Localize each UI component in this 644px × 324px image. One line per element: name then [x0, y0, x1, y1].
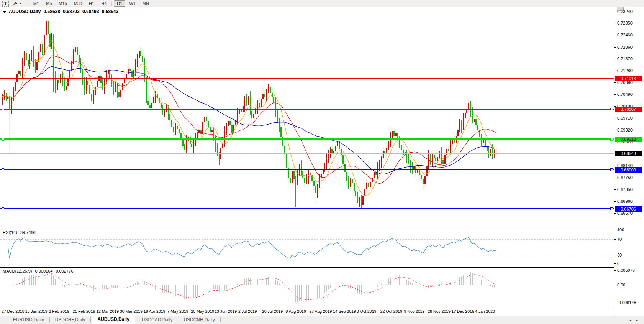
- candle-bear: [49, 34, 51, 47]
- candle-bull: [31, 52, 32, 58]
- candle-bull: [463, 118, 464, 127]
- timeframe-button-m30[interactable]: M30: [71, 0, 85, 7]
- tab-scroll-right-icon[interactable]: ▸: [636, 318, 638, 322]
- candle-bear: [251, 111, 252, 118]
- candle-bull: [379, 163, 380, 168]
- line-handle-right[interactable]: [610, 169, 613, 171]
- candle-bear: [421, 175, 422, 179]
- rsi-name: RSI(14): [3, 230, 17, 235]
- candle-bull: [139, 51, 140, 58]
- candle-bear: [9, 96, 10, 109]
- candle-bull: [164, 111, 165, 112]
- date-tick-label: 14 Sep 2019: [333, 309, 356, 314]
- candle-bear: [146, 79, 147, 101]
- candle-bear: [259, 103, 260, 107]
- price-tick-label: 0.67750: [617, 175, 633, 180]
- candle-bull: [237, 114, 238, 120]
- candle-bear: [118, 92, 120, 97]
- toolbar: T M1M5M15M30H1H4D1W1MN: [0, 0, 644, 7]
- candle-bear: [295, 179, 296, 181]
- candle-bull: [362, 196, 364, 204]
- candle-bull: [266, 91, 267, 97]
- line-handle-right[interactable]: [610, 208, 613, 210]
- line-handle-left[interactable]: [2, 108, 4, 110]
- candle-bull: [115, 86, 116, 91]
- candle-bull: [186, 141, 187, 149]
- rsi-axis-label: 30: [617, 253, 622, 257]
- candle-bull: [69, 71, 70, 79]
- timeframe-button-m1[interactable]: M1: [30, 0, 42, 7]
- candle-bear: [84, 83, 85, 91]
- candle-bull: [197, 133, 198, 138]
- macd-axis-label: 0.005076: [617, 268, 635, 273]
- pointer-tool-button[interactable]: [13, 1, 21, 6]
- line-handle-right[interactable]: [610, 108, 613, 110]
- chart-plot-area[interactable]: [0, 8, 614, 228]
- candle-bear: [184, 146, 185, 149]
- candle-bear: [355, 191, 356, 196]
- tab-separator: [220, 317, 221, 322]
- macd-axis-label: -0.006148: [617, 300, 636, 305]
- candle-bull: [57, 80, 58, 90]
- chart-tab-usdcad[interactable]: USDCAD,Daily: [137, 316, 177, 324]
- chart-canvas[interactable]: 0.732400.728500.724600.720600.716700.712…: [0, 0, 644, 324]
- candle-bear: [313, 181, 315, 186]
- macd-value: 0.000164: [35, 269, 52, 273]
- candle-bear: [434, 155, 435, 158]
- candle-bear: [472, 112, 473, 122]
- chart-tab-bar: EURUSD,DailyUSDCHF,DailyAUDUSD,DailyUSDC…: [0, 316, 644, 324]
- candle-bear: [129, 69, 131, 71]
- candle-bull: [370, 182, 371, 187]
- candle-bull: [297, 174, 298, 181]
- candle-bear: [470, 103, 471, 112]
- candle-bear: [179, 129, 180, 133]
- timeframe-button-h4[interactable]: H4: [98, 0, 110, 7]
- candle-bull: [306, 178, 307, 183]
- date-tick-label: 3 Oct 2019: [357, 309, 377, 314]
- candle-bull: [374, 172, 375, 177]
- candle-bull: [97, 81, 98, 87]
- timeframe-button-mn[interactable]: MN: [139, 0, 152, 7]
- line-handle-right[interactable]: [610, 138, 613, 140]
- candle-bull: [104, 81, 105, 88]
- candle-bear: [131, 71, 133, 77]
- timeframe-button-m5[interactable]: M5: [43, 0, 55, 7]
- timeframe-button-d1[interactable]: D1: [114, 0, 125, 7]
- candle-bear: [208, 121, 209, 127]
- candle-bull: [151, 103, 152, 108]
- candle-bear: [357, 196, 358, 201]
- candle-bear: [481, 137, 482, 143]
- timeframe-button-h1[interactable]: H1: [86, 0, 97, 7]
- candle-bear: [48, 21, 49, 34]
- line-handle-left[interactable]: [2, 208, 4, 210]
- date-tick-label: 8 Aug 2019: [286, 309, 306, 314]
- timeframe-button-m15[interactable]: M15: [56, 0, 70, 7]
- candle-bull: [86, 81, 87, 91]
- chart-tab-usdchf[interactable]: USDCHF,Daily: [51, 316, 90, 324]
- tab-scroll-left-icon[interactable]: ◂: [629, 318, 631, 322]
- candle-bear: [410, 162, 411, 167]
- price-tick-label: 0.72060: [617, 45, 633, 49]
- line-handle-left[interactable]: [2, 169, 4, 171]
- candle-bear: [149, 105, 151, 108]
- line-handle-left[interactable]: [2, 138, 4, 140]
- candle-bear: [477, 125, 478, 130]
- candle-bear: [177, 126, 178, 129]
- collapse-indicator-icon[interactable]: [3, 11, 6, 13]
- chart-tab-usdcnh[interactable]: USDCNH,Daily: [179, 316, 219, 324]
- candle-bear: [91, 94, 92, 101]
- macd-name: MACD(12,26,9): [3, 269, 32, 273]
- candle-bull: [106, 74, 107, 81]
- candle-bull: [2, 97, 3, 99]
- candle-bull: [388, 143, 389, 148]
- chart-tab-eurusd[interactable]: EURUSD,Daily: [8, 316, 49, 324]
- timeframe-button-w1[interactable]: W1: [126, 0, 139, 7]
- date-tick-label: 15 Jan 2019: [25, 309, 48, 314]
- candle-bear: [488, 151, 489, 154]
- candle-bear: [182, 140, 184, 146]
- price-tick-label: 0.70490: [617, 92, 633, 97]
- text-annotation-tool-button[interactable]: T: [2, 1, 9, 7]
- chart-tab-audusd[interactable]: AUDUSD,Daily: [92, 316, 135, 324]
- candle-bull: [323, 170, 324, 174]
- rsi-axis-label: 100: [617, 227, 624, 232]
